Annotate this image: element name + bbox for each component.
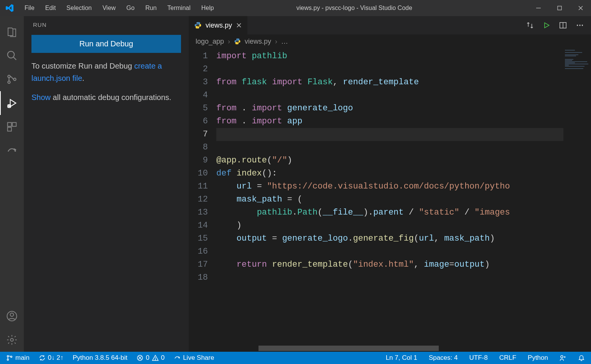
feedback-icon[interactable] [558,352,568,364]
close-button[interactable] [570,0,591,16]
run-file-icon[interactable] [543,21,550,29]
svg-point-34 [155,359,155,360]
svg-rect-14 [8,127,12,131]
split-editor-icon[interactable] [559,21,567,30]
svg-line-5 [13,57,16,60]
menu-bar: FileEditSelectionViewGoRunTerminalHelp [19,0,219,16]
svg-point-8 [13,78,16,80]
live-share-status[interactable]: Live Share [172,352,216,364]
search-icon[interactable] [0,44,24,67]
svg-point-27 [7,356,9,357]
extensions-icon[interactable] [0,115,24,139]
svg-point-7 [8,81,10,83]
svg-point-28 [7,359,9,361]
close-tab-icon[interactable] [236,22,242,28]
breadcrumb-more[interactable]: … [281,38,288,46]
title-bar: FileEditSelectionViewGoRunTerminalHelp v… [0,0,591,16]
svg-point-25 [579,25,580,26]
cursor-position[interactable]: Ln 7, Col 1 [384,352,419,364]
run-sidebar: RUN Run and Debug To customize Run and D… [24,16,189,352]
vscode-logo-icon [0,3,19,13]
minimap[interactable] [563,48,591,352]
svg-point-18 [197,23,198,23]
settings-gear-icon[interactable] [0,328,24,352]
python-interpreter[interactable]: Python 3.8.5 64-bit [71,352,129,364]
more-actions-icon[interactable] [576,21,584,30]
breadcrumbs[interactable]: logo_app › views.py › … [189,34,591,48]
problems-status[interactable]: 0 0 [135,352,166,364]
breadcrumb-file[interactable]: views.py [245,38,271,46]
editor-actions [526,16,591,34]
menu-go[interactable]: Go [121,0,140,16]
sidebar-header: RUN [24,16,189,32]
tab-label: views.py [206,21,232,30]
source-control-icon[interactable] [0,67,24,91]
window-controls [528,0,591,16]
minimize-button[interactable] [528,0,549,16]
line-numbers: 123456789101112131415161718 [189,48,216,352]
svg-rect-13 [12,123,16,126]
svg-point-24 [577,25,578,26]
svg-point-35 [561,356,563,358]
compare-changes-icon[interactable] [526,21,534,30]
svg-rect-12 [8,123,12,126]
indentation-status[interactable]: Spaces: 4 [427,352,459,364]
share-icon[interactable] [0,139,24,162]
svg-point-26 [582,25,583,26]
editor-area: views.py logo_app › views.py › … 1234567… [189,16,591,352]
explorer-icon[interactable] [0,20,24,44]
svg-point-4 [8,51,15,58]
language-status[interactable]: Python [526,352,550,364]
python-file-icon [234,38,241,45]
window-title: views.py - pvscc-logo - Visual Studio Co… [219,5,528,11]
run-debug-icon[interactable] [0,91,24,115]
svg-point-6 [8,75,10,77]
breadcrumb-folder[interactable]: logo_app [196,38,224,46]
editor-body[interactable]: 123456789101112131415161718 import pathl… [189,48,591,352]
horizontal-scrollbar[interactable] [216,346,563,352]
menu-selection[interactable]: Selection [61,0,97,16]
encoding-status[interactable]: UTF-8 [468,352,489,364]
code-content[interactable]: import pathlib from flask import Flask, … [216,48,563,352]
menu-file[interactable]: File [19,0,40,16]
accounts-icon[interactable] [0,304,24,328]
chevron-right-icon: › [275,38,277,46]
notifications-icon[interactable] [576,352,586,364]
svg-rect-1 [558,6,561,10]
menu-help[interactable]: Help [196,0,219,16]
eol-status[interactable]: CRLF [498,352,518,364]
run-and-debug-button[interactable]: Run and Debug [31,35,181,53]
customize-text: To customize Run and Debug create a laun… [31,60,181,84]
python-file-icon [194,21,202,29]
svg-point-19 [199,27,199,28]
svg-point-17 [10,338,13,341]
tab-views-py[interactable]: views.py [189,16,248,34]
status-bar: main 0↓ 2↑ Python 3.8.5 64-bit 0 0 Live … [0,352,591,364]
branch-status[interactable]: main [5,352,31,364]
menu-run[interactable]: Run [140,0,162,16]
svg-point-16 [10,313,14,316]
chevron-right-icon: › [228,38,230,46]
menu-edit[interactable]: Edit [40,0,61,16]
show-link[interactable]: Show [31,93,51,102]
tab-bar: views.py [189,16,591,34]
menu-terminal[interactable]: Terminal [162,0,196,16]
show-configs-text: Show all automatic debug configurations. [31,91,181,103]
sync-status[interactable]: 0↓ 2↑ [37,352,65,364]
maximize-button[interactable] [549,0,570,16]
main-area: RUN Run and Debug To customize Run and D… [0,16,591,352]
activity-bar [0,16,24,352]
menu-view[interactable]: View [97,0,121,16]
